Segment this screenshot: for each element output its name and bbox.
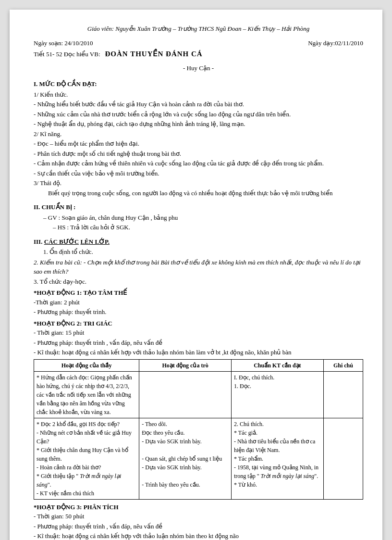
table1-header3: Chuẩn KT cần đạt xyxy=(231,359,323,371)
line3: Biết quý trọng trong cuộc sống, con ngườ… xyxy=(34,188,363,198)
line1-1: - Những hiểu biết bước đầu về tác giả Hu… xyxy=(34,100,363,109)
table1-r2-c2: - Theo dõi.Đọc theo yêu cầu.- Dựa vào SG… xyxy=(139,418,232,499)
section3-heading: III. CÁC BƯỚC LÊN LỚP. xyxy=(34,237,363,247)
table1-r2-c3: 2. Chú thích.* Tác giả.- Nhà thơ tiêu bi… xyxy=(231,418,323,499)
sub1: 1/ Kiến thức. xyxy=(34,90,363,100)
table1-r2-c4 xyxy=(323,418,363,499)
date-row: Ngày soạn: 24/10/2010 Ngày dạy:02/11/201… xyxy=(34,38,363,48)
hoatdong1-heading: *HOẠT ĐỘNG 1: TẠO TÂM THẾ xyxy=(34,288,363,298)
hoatdong2-line3: - Kĩ thuật: hoạt động cá nhân kết hợp vớ… xyxy=(34,348,363,357)
line1-3: - Nghệ thuật ẩn dụ, phóng đại, cách tạo … xyxy=(34,119,363,129)
sub2: 2/ Kĩ năng. xyxy=(34,129,363,139)
author: - Huy Cận - xyxy=(34,63,363,73)
tiet-row: Tiết 51- 52 Đọc hiểu VB: ĐOÀN THUYỀN ĐÁN… xyxy=(34,49,363,60)
sub3: 3/ Thái độ. xyxy=(34,178,363,188)
tiet-label: Tiết 51- 52 Đọc hiểu VB: xyxy=(34,50,100,59)
section1-heading: I. MỨC ĐỘ CẦN ĐẠT: xyxy=(34,79,363,89)
section2-line1: – GV : Soạn giáo án, chân dung Huy Cận ,… xyxy=(34,213,363,223)
table-row: * Hứng dẫn cách đọc: Giọng phấn chấn hào… xyxy=(34,371,363,418)
table1-r1-c2 xyxy=(139,371,232,418)
hoatdong1-line2: - Phương pháp: thuyết trình. xyxy=(34,307,363,317)
header-teacher: Giáo viên: Nguyễn Xuân Trường – Trường T… xyxy=(34,24,363,34)
table1-r1-c4 xyxy=(323,371,363,418)
page: Giáo viên: Nguyễn Xuân Trường – Trường T… xyxy=(10,10,382,540)
hoatdong2-line2: - Phương pháp: thuyết trình , vấn đáp, n… xyxy=(34,338,363,348)
section3-sub1: 1. Ổn định tổ chức. xyxy=(34,247,363,257)
date-right: Ngày dạy:02/11/2010 xyxy=(308,38,363,48)
line2-1: - Đọc – hiểu một tác phẩm thơ hiện đại. xyxy=(34,139,363,149)
section2-line2: – HS : Trả lời câu hỏi ở SGK. xyxy=(34,223,363,232)
table1-r1-c1: * Hứng dẫn cách đọc: Giọng phấn chấn hào… xyxy=(34,371,139,418)
hoatdong3-line2: - Phương pháp: thuyết trình , vấn đáp, n… xyxy=(34,522,363,531)
table1-r1-c3: I. Đọc, chú thích.1. Đọc. xyxy=(231,371,323,418)
line2-2: - Phân tích được một số chi tiết nghệ th… xyxy=(34,149,363,159)
table-row: * Đọc 2 khổ đầu, gọi HS đọc tiếp?- Những… xyxy=(34,418,363,499)
hoatdong2-heading: *HOẠT ĐỘNG 2: TRI GIÁC xyxy=(34,319,363,328)
date-left: Ngày soạn: 24/10/2010 xyxy=(34,38,93,48)
line2-4: - Sự cần thiết của việc bảo vệ môi trườn… xyxy=(34,169,363,178)
line2-3: - Cảm nhận được cảm hứng về thiên nhiên … xyxy=(34,159,363,168)
section3-heading-text: III. CÁC BƯỚC LÊN LỚP. xyxy=(34,238,110,245)
hoatdong3-line1: - Thời gian: 50 phút xyxy=(34,512,363,521)
section3-sub2: 2. Kiểm tra bài cũ: - Chọn một khổ thơ t… xyxy=(34,258,363,276)
hoatdong2-line1: - Thời gian: 15 phút xyxy=(34,328,363,338)
section3-sub3: 3. Tổ chức dạy-học. xyxy=(34,277,363,287)
table1-header2: Hoạt động của trò xyxy=(139,359,232,371)
table1-header4: Ghi chú xyxy=(323,359,363,371)
section2-heading: II. CHUẨN BỊ : xyxy=(34,202,363,212)
table1-header1: Hoạt động của thầy xyxy=(34,359,139,371)
hoatdong3-line3: - Kĩ thuật: hoạt động cá nhân kết hợp vớ… xyxy=(34,531,363,540)
table1: Hoạt động của thầy Hoạt động của trò Chu… xyxy=(34,359,363,500)
table1-r2-c1: * Đọc 2 khổ đầu, gọi HS đọc tiếp?- Những… xyxy=(34,418,139,499)
title-inline: ĐOÀN THUYỀN ĐÁNH CÁ xyxy=(105,49,203,60)
line1-2: - Những xúc cảm của nhà thơ trước biển c… xyxy=(34,110,363,119)
hoatdong1-line1: -Thời gian: 2 phút xyxy=(34,298,363,307)
hoatdong3-heading: *HOẠT ĐỘNG 3: PHÂN TÍCH xyxy=(34,502,363,512)
